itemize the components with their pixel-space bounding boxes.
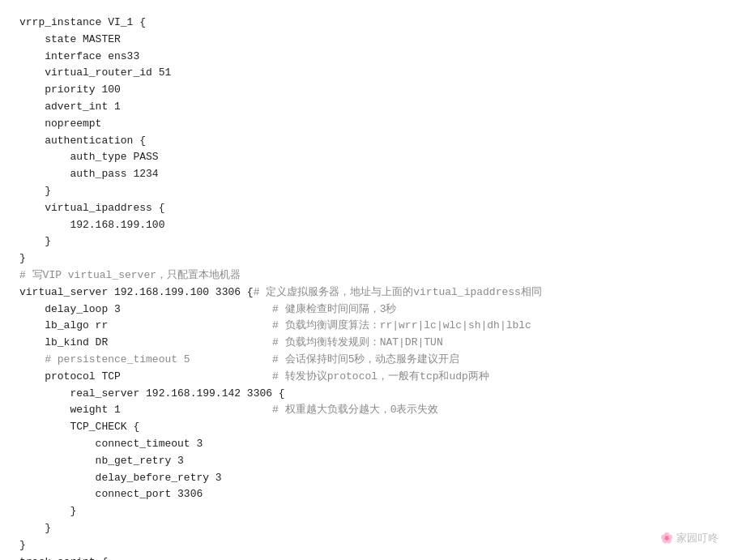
code-line-28: nb_get_retry 3 — [19, 453, 719, 470]
code-line-26: TCP_CHECK { — [19, 419, 719, 436]
code-line-6: nopreempt — [19, 116, 719, 133]
code-line-8: auth_type PASS — [19, 149, 719, 166]
code-line-21: # persistence_timeout 5 # 会话保持时间5秒，动态服务建… — [19, 352, 719, 369]
code-line-10: } — [19, 183, 719, 200]
code-line-4: priority 100 — [19, 82, 719, 99]
code-block: vrrp_instance VI_1 { state MASTER interf… — [19, 15, 719, 560]
code-line-19: lb_algo rr # 负载均衡调度算法：rr|wrr|lc|wlc|sh|d… — [19, 318, 719, 335]
code-line-20: lb_kind DR # 负载均衡转发规则：NAT|DR|TUN — [19, 335, 719, 352]
code-line-29: delay_before_retry 3 — [19, 470, 719, 487]
watermark-text: 家园叮咚 — [676, 532, 719, 544]
code-line-12: 192.168.199.100 — [19, 217, 719, 234]
code-line-16: # 写VIP virtual_server，只配置本地机器 — [19, 267, 719, 284]
code-line-18: delay_loop 3 # 健康检查时间间隔，3秒 — [19, 301, 719, 318]
code-line-22: protocol TCP # 转发协议protocol，一般有tcp和udp两种 — [19, 369, 719, 386]
code-line-7: authentication { — [19, 133, 719, 150]
code-line-24: real_server 192.168.199.142 3306 { — [19, 386, 719, 403]
watermark: 🌸 家园叮咚 — [660, 531, 719, 545]
code-line-0: vrrp_instance VI_1 { — [19, 15, 719, 32]
code-line-14: } — [19, 250, 719, 267]
code-line-1: state MASTER — [19, 32, 719, 49]
code-line-3: virtual_router_id 51 — [19, 65, 719, 82]
code-line-17: virtual_server 192.168.199.100 3306 {# 定… — [19, 284, 719, 301]
code-line-5: advert_int 1 — [19, 99, 719, 116]
code-line-2: interface ens33 — [19, 49, 719, 66]
code-line-27: connect_timeout 3 — [19, 436, 719, 453]
code-line-31: } — [19, 503, 719, 520]
code-line-13: } — [19, 233, 719, 250]
watermark-icon: 🌸 — [660, 532, 673, 544]
code-line-9: auth_pass 1234 — [19, 166, 719, 183]
code-line-35: track_script { — [19, 554, 719, 561]
code-line-25: weight 1 # 权重越大负载分越大，0表示失效 — [19, 402, 719, 419]
code-line-11: virtual_ipaddress { — [19, 200, 719, 217]
code-line-33: } — [19, 537, 719, 554]
code-container: vrrp_instance VI_1 { state MASTER interf… — [0, 0, 738, 560]
code-line-30: connect_port 3306 — [19, 486, 719, 503]
code-line-32: } — [19, 520, 719, 537]
